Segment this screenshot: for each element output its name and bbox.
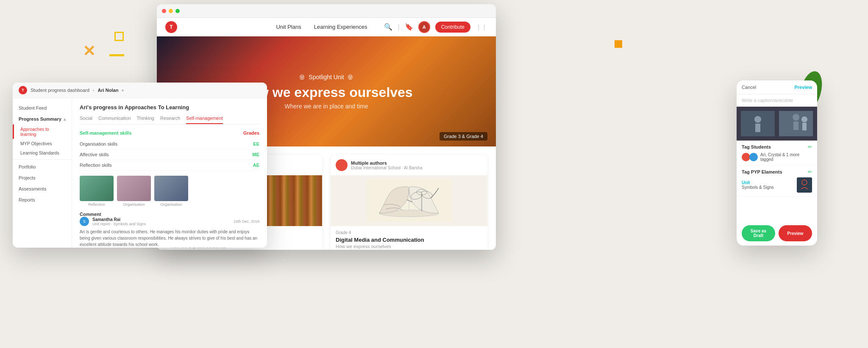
window-maximize-button[interactable] xyxy=(175,9,180,13)
x-decoration: ✕ xyxy=(83,42,95,60)
svg-point-13 xyxy=(754,116,761,123)
breadcrumb-dropdown-icon[interactable]: ▾ xyxy=(122,88,124,93)
sidebar-item-portfolio[interactable]: Portfolio xyxy=(13,161,72,172)
photo-label-1: Reflection xyxy=(80,202,114,207)
mobile-top-bar: Cancel Preview xyxy=(737,80,817,94)
breadcrumb-student: Ari Nolan xyxy=(98,88,119,93)
sidebar-item-approaches[interactable]: Approaches to learning xyxy=(13,124,72,139)
nav-unit-plans[interactable]: Unit Plans xyxy=(276,24,301,30)
divider: | xyxy=(398,23,399,31)
photo-label-3: Organisation xyxy=(154,202,188,207)
skills-header: Self-management skills Grades xyxy=(80,130,259,135)
author-right-avatar xyxy=(336,159,348,171)
tab-communication[interactable]: Communication xyxy=(98,116,131,124)
skill-grade-reflection: AE xyxy=(253,163,259,168)
browser-title-bar xyxy=(157,4,496,18)
pyp-content: Unit Symbols & Signs xyxy=(742,177,812,193)
mobile-preview-link[interactable]: Preview xyxy=(794,85,812,90)
orange-square-decoration xyxy=(615,40,622,48)
tag-students-section: Tag Students ✏ Ari, Crystal & 1 more tag… xyxy=(737,141,817,166)
skill-name-organisation: Organisation skills xyxy=(80,141,117,146)
author-right-school: Dubai International School · Al Barsha xyxy=(351,166,422,170)
skill-grade-affective: ME xyxy=(253,152,260,157)
pyp-thumbnail xyxy=(797,177,812,193)
photo-thumb-1[interactable] xyxy=(80,176,114,201)
tagged-avatar-1 xyxy=(742,153,750,161)
sidebar-item-progress-summary[interactable]: Progress Summary ▴ xyxy=(13,113,72,124)
student-dashboard-panel: T Student progress dashboard › Ari Nolan… xyxy=(13,83,267,248)
comment-text: Ari is gentle and courteous to others. H… xyxy=(80,229,259,248)
tab-research[interactable]: Research xyxy=(160,116,180,124)
tagged-avatar-2 xyxy=(749,153,758,161)
nav-links: Unit Plans Learning Experiences xyxy=(276,24,367,30)
save-as-draft-button[interactable]: Save as Draft xyxy=(742,225,775,241)
mobile-photo xyxy=(737,107,817,141)
photo-3-container: Organisation xyxy=(154,176,188,207)
sidebar-item-learning-standards[interactable]: Learning Standards xyxy=(13,148,72,157)
content-area: Ari's progress in Approaches To Learning… xyxy=(72,98,267,248)
sidebar-item-student-feed[interactable]: Student Feed xyxy=(13,102,72,113)
breadcrumb-arrow: › xyxy=(93,88,95,93)
photo-thumb-3[interactable] xyxy=(154,176,188,201)
mobile-panel: Cancel Preview Write a caption/anecdote … xyxy=(737,80,817,246)
nav-learning-experiences[interactable]: Learning Experiences xyxy=(314,24,367,30)
user-avatar[interactable]: A xyxy=(418,21,430,33)
svg-point-15 xyxy=(793,114,799,121)
tabs-bar: Social Communication Thinking Research S… xyxy=(80,116,259,124)
spotlight-label: Spotlight Unit xyxy=(309,74,344,80)
tag-students-edit-icon[interactable]: ✏ xyxy=(808,144,812,150)
skill-name-reflection: Reflection skills xyxy=(80,163,112,168)
card-right-body: Grade 4 Digital Media and Communication … xyxy=(331,226,487,250)
skill-grade-organisation: EE xyxy=(253,141,259,146)
tagged-text: Ari, Crystal & 1 more tagged xyxy=(760,152,812,162)
comment-section: Comment S Samantha Rai Unit report · Sym… xyxy=(80,212,259,248)
app-logo[interactable]: T xyxy=(165,21,177,33)
skill-row-affective: Affective skills ME xyxy=(80,149,259,160)
window-minimize-button[interactable] xyxy=(169,9,173,13)
panel-logo[interactable]: T xyxy=(19,86,27,94)
skill-row-organisation: Organisation skills EE xyxy=(80,139,259,149)
mobile-cancel-button[interactable]: Cancel xyxy=(742,85,756,90)
dash-decoration xyxy=(109,54,124,56)
tab-self-management[interactable]: Self-management xyxy=(186,116,223,124)
tab-social[interactable]: Social xyxy=(80,116,92,124)
photo-label-2: Organisation xyxy=(117,202,151,207)
sidebar-item-myp[interactable]: MYP Objectives xyxy=(13,139,72,148)
svg-rect-14 xyxy=(755,124,760,132)
svg-point-17 xyxy=(801,116,807,122)
comment-label: Comment xyxy=(80,212,259,217)
top-navigation: T Unit Plans Learning Experiences 🔍 | 🔖 … xyxy=(157,18,496,36)
laurel-left-icon: 🏵 xyxy=(299,74,305,80)
svg-rect-18 xyxy=(802,123,807,130)
photo-thumbnails: Reflection Organisation Organisation xyxy=(80,176,259,207)
tag-pyp-edit-icon[interactable]: ✏ xyxy=(808,169,812,175)
grid-icon[interactable]: ⋮⋮ xyxy=(476,24,487,30)
comment-date: 24th Dec, 2018 xyxy=(234,219,259,224)
breadcrumb-dashboard[interactable]: Student progress dashboard xyxy=(31,88,89,93)
photo-1-container: Reflection xyxy=(80,176,114,207)
preview-button[interactable]: Preview xyxy=(779,225,812,241)
card-right-title: Digital Media and Communication xyxy=(336,237,482,243)
comment-author-avatar: S xyxy=(80,217,89,226)
card-right-image xyxy=(331,175,487,226)
sidebar-item-reports[interactable]: Reports xyxy=(13,194,72,205)
sidebar-item-projects[interactable]: Projects xyxy=(13,172,72,183)
laurel-right-icon: 🏵 xyxy=(348,74,353,80)
svg-rect-16 xyxy=(793,122,798,130)
skill-row-reflection: Reflection skills AE xyxy=(80,160,259,171)
tab-thinking[interactable]: Thinking xyxy=(136,116,154,124)
sidebar-item-assessments[interactable]: Assessments xyxy=(13,183,72,194)
bookmark-icon[interactable]: 🔖 xyxy=(405,23,413,31)
caption-input[interactable]: Write a caption/anecdote xyxy=(737,94,817,107)
photo-inner xyxy=(737,107,817,141)
comment-author-name: Samantha Rai xyxy=(92,217,146,222)
search-icon[interactable]: 🔍 xyxy=(384,23,392,31)
photo-2-container: Organisation xyxy=(117,176,151,207)
photo-thumb-2[interactable] xyxy=(117,176,151,201)
window-close-button[interactable] xyxy=(162,9,166,13)
contribute-button[interactable]: Contribute xyxy=(435,22,470,33)
comment-header: S Samantha Rai Unit report · Symbols and… xyxy=(80,217,259,226)
card-right[interactable]: Multiple authors Dubai International Sch… xyxy=(331,155,487,250)
tag-students-header: Tag Students ✏ xyxy=(742,144,812,150)
spotlight-badge: 🏵 Spotlight Unit 🏵 xyxy=(299,74,353,80)
